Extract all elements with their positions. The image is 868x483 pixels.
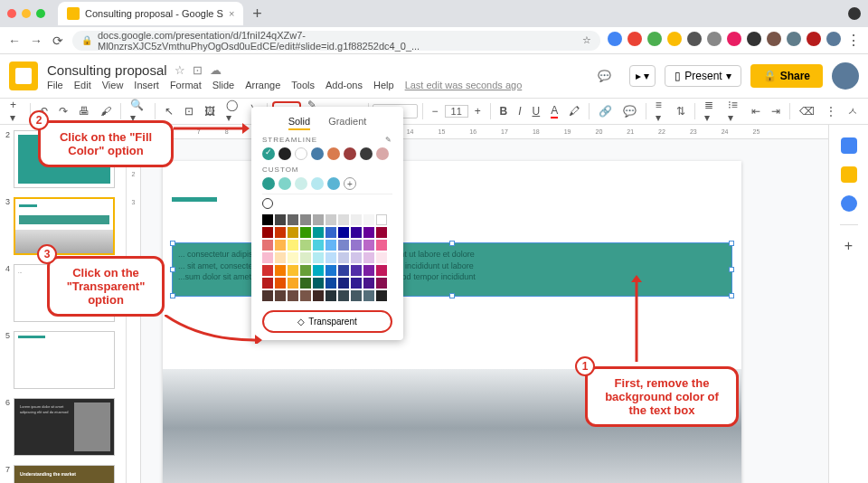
- insert-comment-button[interactable]: 💬: [618, 102, 641, 120]
- font-size-input[interactable]: 11: [445, 105, 468, 118]
- color-swatch[interactable]: [351, 227, 362, 238]
- thumbnail-5[interactable]: [14, 331, 115, 389]
- color-swatch[interactable]: [313, 240, 324, 251]
- increase-font-button[interactable]: +: [470, 102, 486, 120]
- align-button[interactable]: ≡ ▾: [651, 96, 671, 127]
- color-swatch[interactable]: [278, 177, 291, 190]
- color-swatch[interactable]: [300, 240, 311, 251]
- color-swatch[interactable]: [351, 265, 362, 276]
- color-swatch[interactable]: [326, 252, 336, 263]
- color-swatch[interactable]: [300, 290, 311, 301]
- color-swatch[interactable]: [262, 147, 275, 160]
- more-button[interactable]: ⋮: [821, 102, 841, 120]
- menu-arrange[interactable]: Arrange: [245, 80, 280, 90]
- color-swatch[interactable]: [262, 278, 273, 289]
- ext-icon[interactable]: [627, 32, 642, 46]
- color-swatch[interactable]: [326, 214, 336, 225]
- document-title[interactable]: Consulting proposal: [47, 62, 167, 78]
- color-swatch[interactable]: [376, 214, 387, 225]
- color-swatch[interactable]: [313, 227, 324, 238]
- color-swatch[interactable]: [360, 147, 373, 160]
- color-swatch[interactable]: [363, 227, 374, 238]
- color-swatch[interactable]: [344, 147, 356, 160]
- color-swatch[interactable]: [300, 265, 311, 276]
- thumbnail-6[interactable]: Lorem ipsum dolor sit ametadipiscing eli…: [14, 398, 115, 456]
- select-tool[interactable]: ↖: [160, 102, 178, 120]
- decrease-indent-button[interactable]: ⇤: [747, 102, 765, 120]
- color-swatch[interactable]: [376, 252, 387, 263]
- color-swatch[interactable]: [376, 290, 387, 301]
- highlight-button[interactable]: 🖍: [564, 102, 584, 120]
- reload-button[interactable]: ⟳: [51, 33, 65, 48]
- color-swatch[interactable]: [338, 214, 349, 225]
- textbox-tool[interactable]: ⊡: [180, 102, 198, 120]
- color-swatch[interactable]: [300, 278, 311, 289]
- color-swatch[interactable]: [313, 290, 324, 301]
- menu-view[interactable]: View: [102, 80, 124, 90]
- ext-icon[interactable]: [707, 32, 722, 46]
- color-swatch[interactable]: [288, 214, 298, 225]
- menu-tools[interactable]: Tools: [291, 80, 315, 90]
- color-swatch[interactable]: [300, 214, 311, 225]
- color-swatch[interactable]: [311, 147, 324, 160]
- ext-icon[interactable]: [727, 32, 741, 46]
- edit-theme-colors-icon[interactable]: ✎: [385, 136, 392, 144]
- add-custom-color-button[interactable]: +: [344, 177, 356, 190]
- menu-edit[interactable]: Edit: [74, 80, 91, 90]
- browser-tab[interactable]: Consulting proposal - Google S ×: [58, 2, 243, 25]
- color-swatch[interactable]: [363, 290, 374, 301]
- redo-button[interactable]: ↷: [54, 102, 72, 120]
- insert-link-button[interactable]: 🔗: [594, 102, 617, 120]
- color-swatch[interactable]: [275, 240, 286, 251]
- menu-addons[interactable]: Add-ons: [326, 80, 363, 90]
- new-tab-button[interactable]: +: [252, 5, 262, 24]
- color-swatch[interactable]: [313, 214, 324, 225]
- color-swatch[interactable]: [275, 214, 286, 225]
- star-icon[interactable]: ☆: [175, 63, 185, 77]
- back-button[interactable]: ←: [7, 33, 22, 48]
- menu-help[interactable]: Help: [373, 80, 394, 90]
- color-swatch[interactable]: [338, 265, 349, 276]
- forward-button[interactable]: →: [29, 33, 43, 48]
- star-icon[interactable]: ☆: [582, 34, 591, 46]
- image-tool[interactable]: 🖼: [200, 102, 220, 120]
- color-swatch[interactable]: [262, 240, 273, 251]
- color-swatch[interactable]: [295, 147, 307, 160]
- ext-icon[interactable]: [667, 32, 682, 46]
- ext-icon[interactable]: [807, 32, 821, 46]
- color-swatch[interactable]: [326, 240, 336, 251]
- color-swatch[interactable]: [351, 290, 362, 301]
- color-swatch[interactable]: [313, 278, 324, 289]
- color-swatch[interactable]: [363, 278, 374, 289]
- color-swatch[interactable]: [288, 265, 298, 276]
- menu-file[interactable]: File: [47, 80, 63, 90]
- menu-format[interactable]: Format: [170, 80, 202, 90]
- ext-icon[interactable]: [687, 32, 702, 46]
- color-swatch[interactable]: [363, 240, 374, 251]
- color-swatch[interactable]: [300, 252, 311, 263]
- decrease-font-button[interactable]: −: [428, 102, 443, 120]
- thumbnail-3[interactable]: [14, 197, 115, 255]
- print-button[interactable]: 🖶: [74, 102, 94, 120]
- color-swatch[interactable]: [326, 265, 336, 276]
- keep-icon[interactable]: [841, 166, 857, 183]
- color-swatch[interactable]: [338, 278, 349, 289]
- color-swatch[interactable]: [326, 227, 336, 238]
- close-window[interactable]: [7, 9, 16, 18]
- color-swatch[interactable]: [363, 252, 374, 263]
- move-icon[interactable]: ⊡: [193, 63, 203, 77]
- color-swatch[interactable]: [313, 252, 324, 263]
- line-spacing-button[interactable]: ⇅: [672, 102, 690, 120]
- present-button[interactable]: ▯ Present ▾: [665, 65, 741, 87]
- color-swatch[interactable]: [275, 252, 286, 263]
- ext-icon[interactable]: [767, 32, 781, 46]
- color-swatch[interactable]: [275, 290, 286, 301]
- transparent-button[interactable]: ◇ Transparent: [262, 310, 392, 333]
- color-swatch[interactable]: [351, 278, 362, 289]
- color-swatch[interactable]: [376, 147, 389, 160]
- ext-icon[interactable]: [787, 32, 801, 46]
- no-fill-swatch[interactable]: [262, 198, 273, 209]
- color-swatch[interactable]: [295, 177, 307, 190]
- color-swatch[interactable]: [327, 177, 340, 190]
- color-swatch[interactable]: [288, 252, 298, 263]
